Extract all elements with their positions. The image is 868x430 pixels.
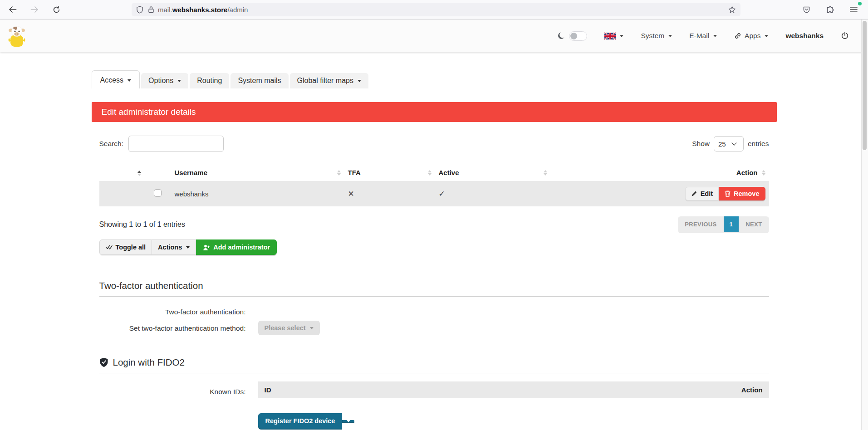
scrollbar-thumb[interactable] (863, 21, 867, 150)
page-scrollbar[interactable] (861, 20, 868, 430)
search-input[interactable] (128, 136, 224, 152)
mailcow-logo[interactable] (7, 25, 26, 47)
tracking-shield-icon[interactable] (136, 6, 143, 14)
lock-icon[interactable] (148, 6, 154, 13)
column-username-label: Username (175, 169, 208, 176)
sort-icon (137, 171, 141, 176)
app-header: System E-Mail Apps webshanks (0, 20, 868, 52)
username-label: webshanks (785, 32, 824, 40)
pagination-page-1[interactable]: 1 (724, 216, 739, 232)
page-size-select[interactable]: 25 (714, 136, 744, 151)
sort-icon (544, 170, 547, 176)
sort-icon (337, 170, 341, 176)
tab-routing-label: Routing (197, 77, 222, 85)
sort-icon (762, 170, 765, 176)
set-tfa-method-label: Set two-factor authentication method: (99, 322, 258, 334)
link-icon (734, 32, 741, 39)
column-sort-handle[interactable] (99, 164, 145, 181)
language-select[interactable] (604, 32, 623, 40)
tfa-label: Two-factor authentication: (99, 306, 258, 318)
tab-routing[interactable]: Routing (190, 73, 229, 88)
shield-check-icon (99, 357, 108, 367)
register-fido2-button[interactable]: Register FIDO2 device (258, 413, 343, 429)
menu-email[interactable]: E-Mail (689, 32, 717, 40)
search-label: Search: (99, 140, 123, 148)
pagination: PREVIOUS 1 NEXT (678, 216, 769, 232)
register-fido2-dropdown[interactable] (342, 420, 354, 422)
tab-system-mails[interactable]: System mails (230, 73, 288, 88)
chevron-down-icon (358, 80, 361, 82)
administrators-table: Username TFA Active Action webshanks ✕ ✓ (99, 164, 769, 206)
toggle-all-button[interactable]: Toggle all (99, 239, 152, 255)
column-checkbox (145, 164, 171, 181)
row-checkbox[interactable] (154, 189, 162, 197)
menu-icon[interactable] (847, 3, 860, 16)
tfa-method-select[interactable]: Please select (258, 321, 320, 335)
chevron-down-icon (620, 35, 623, 37)
entries-label: entries (748, 140, 769, 148)
reload-icon[interactable] (50, 3, 63, 16)
column-action[interactable]: Action (551, 164, 769, 181)
tfa-section: Two-factor authentication Two-factor aut… (99, 280, 769, 335)
column-tfa[interactable]: TFA (344, 164, 435, 181)
bookmark-star-icon[interactable] (728, 6, 736, 14)
actions-label: Actions (158, 244, 182, 251)
url-bar[interactable]: mail.webshanks.store/admin (132, 3, 740, 16)
user-menu[interactable]: webshanks (785, 32, 824, 40)
chevron-down-icon (177, 80, 181, 82)
toggle-all-label: Toggle all (116, 244, 146, 251)
register-fido2-label: Register FIDO2 device (265, 417, 335, 425)
pocket-icon[interactable] (800, 3, 813, 16)
back-icon[interactable] (6, 3, 19, 16)
edit-button[interactable]: Edit (685, 187, 719, 200)
chevron-down-icon (731, 140, 736, 145)
add-administrator-label: Add administrator (213, 244, 270, 251)
forward-icon[interactable] (28, 3, 41, 16)
chevron-down-icon (347, 420, 350, 422)
tab-system-mails-label: System mails (238, 77, 281, 85)
extensions-icon[interactable] (824, 3, 836, 16)
chevron-down-icon (128, 79, 131, 82)
double-check-icon (106, 244, 113, 250)
menu-apps[interactable]: Apps (734, 32, 768, 40)
menu-apps-label: Apps (745, 32, 760, 40)
column-active[interactable]: Active (435, 164, 551, 181)
page-size-value: 25 (718, 140, 726, 148)
divider (99, 373, 769, 373)
fido2-heading-label: Login with FIDO2 (113, 357, 185, 368)
column-username[interactable]: Username (171, 164, 344, 181)
chevron-down-icon (186, 246, 190, 249)
column-action-label: Action (736, 169, 758, 176)
show-label: Show (692, 140, 710, 148)
tab-global-filter-maps-label: Global filter maps (297, 77, 354, 85)
tfa-disabled-icon: ✕ (348, 189, 354, 198)
pagination-previous[interactable]: PREVIOUS (678, 216, 723, 232)
actions-dropdown-button[interactable]: Actions (152, 239, 196, 255)
theme-switch[interactable] (569, 31, 587, 41)
tab-options[interactable]: Options (141, 73, 188, 88)
tfa-method-select-label: Please select (265, 324, 306, 332)
tab-global-filter-maps[interactable]: Global filter maps (290, 73, 369, 88)
known-ids-label: Known IDs: (99, 381, 258, 398)
fido2-section: Login with FIDO2 Known IDs: ID Action Re… (99, 357, 769, 430)
remove-button[interactable]: Remove (719, 187, 765, 200)
add-administrator-button[interactable]: Add administrator (196, 239, 277, 255)
column-tfa-label: TFA (348, 169, 361, 176)
showing-entries-text: Showing 1 to 1 of 1 entries (99, 220, 185, 229)
menu-email-label: E-Mail (689, 32, 709, 40)
dark-mode-toggle[interactable] (557, 31, 587, 41)
table-row: webshanks ✕ ✓ Edit (99, 181, 769, 206)
pencil-icon (691, 191, 697, 197)
fido2-heading: Login with FIDO2 (99, 357, 769, 368)
menu-system[interactable]: System (641, 32, 672, 40)
tab-access-label: Access (100, 76, 124, 84)
moon-icon (557, 32, 566, 40)
panel-title: Edit administrator details (92, 102, 777, 122)
logout-power-icon[interactable] (841, 32, 849, 40)
pagination-next[interactable]: NEXT (739, 216, 769, 232)
url-text: mail.webshanks.store/admin (158, 6, 728, 14)
edit-label: Edit (701, 190, 713, 197)
tab-access[interactable]: Access (92, 70, 140, 88)
tab-options-label: Options (148, 77, 173, 85)
uk-flag-icon (604, 32, 616, 40)
